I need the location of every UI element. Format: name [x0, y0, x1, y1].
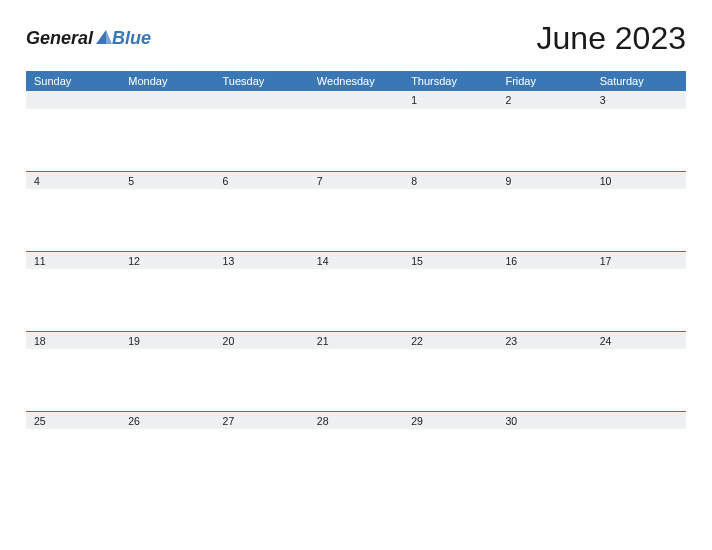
weeks: 1 2 3 4 5 6 7 8 9 10 11 12 13 14 [26, 91, 686, 491]
date-cell: 18 [26, 335, 120, 347]
date-cell: 4 [26, 175, 120, 187]
week-row: 25 26 27 28 29 30 [26, 411, 686, 491]
date-cell: 13 [215, 255, 309, 267]
date-cell: 6 [215, 175, 309, 187]
week-body [26, 429, 686, 491]
header: General Blue June 2023 [26, 20, 686, 57]
logo: General Blue [26, 28, 151, 49]
date-cell: 1 [403, 94, 497, 106]
date-cell: 25 [26, 415, 120, 427]
date-cell: 15 [403, 255, 497, 267]
date-row: 25 26 27 28 29 30 [26, 411, 686, 429]
date-cell: 19 [120, 335, 214, 347]
date-cell: 27 [215, 415, 309, 427]
logo-word2: Blue [112, 28, 151, 49]
week-body [26, 109, 686, 171]
day-headers-row: Sunday Monday Tuesday Wednesday Thursday… [26, 71, 686, 91]
date-cell: 5 [120, 175, 214, 187]
date-cell: 16 [497, 255, 591, 267]
logo-triangle-icon [96, 30, 112, 44]
day-header: Thursday [403, 75, 497, 87]
day-header: Saturday [592, 75, 686, 87]
week-row: 11 12 13 14 15 16 17 [26, 251, 686, 331]
date-row: 11 12 13 14 15 16 17 [26, 251, 686, 269]
week-body [26, 189, 686, 251]
day-header: Monday [120, 75, 214, 87]
date-cell: 8 [403, 175, 497, 187]
date-cell: 28 [309, 415, 403, 427]
day-header: Wednesday [309, 75, 403, 87]
date-cell: 12 [120, 255, 214, 267]
date-cell: 30 [497, 415, 591, 427]
page-title: June 2023 [537, 20, 686, 57]
calendar: Sunday Monday Tuesday Wednesday Thursday… [26, 71, 686, 491]
date-cell: 24 [592, 335, 686, 347]
date-cell: 7 [309, 175, 403, 187]
date-cell: 10 [592, 175, 686, 187]
date-cell: 14 [309, 255, 403, 267]
date-cell: 26 [120, 415, 214, 427]
date-row: 18 19 20 21 22 23 24 [26, 331, 686, 349]
day-header: Sunday [26, 75, 120, 87]
day-header: Friday [497, 75, 591, 87]
date-cell: 29 [403, 415, 497, 427]
week-row: 18 19 20 21 22 23 24 [26, 331, 686, 411]
day-header: Tuesday [215, 75, 309, 87]
week-body [26, 349, 686, 411]
date-row: 4 5 6 7 8 9 10 [26, 171, 686, 189]
date-cell: 3 [592, 94, 686, 106]
logo-word1: General [26, 28, 93, 49]
date-cell: 22 [403, 335, 497, 347]
date-cell: 11 [26, 255, 120, 267]
date-cell: 21 [309, 335, 403, 347]
date-cell: 2 [497, 94, 591, 106]
date-cell: 17 [592, 255, 686, 267]
date-cell: 20 [215, 335, 309, 347]
week-row: 1 2 3 [26, 91, 686, 171]
week-row: 4 5 6 7 8 9 10 [26, 171, 686, 251]
date-cell: 23 [497, 335, 591, 347]
date-cell: 9 [497, 175, 591, 187]
week-body [26, 269, 686, 331]
date-row: 1 2 3 [26, 91, 686, 109]
